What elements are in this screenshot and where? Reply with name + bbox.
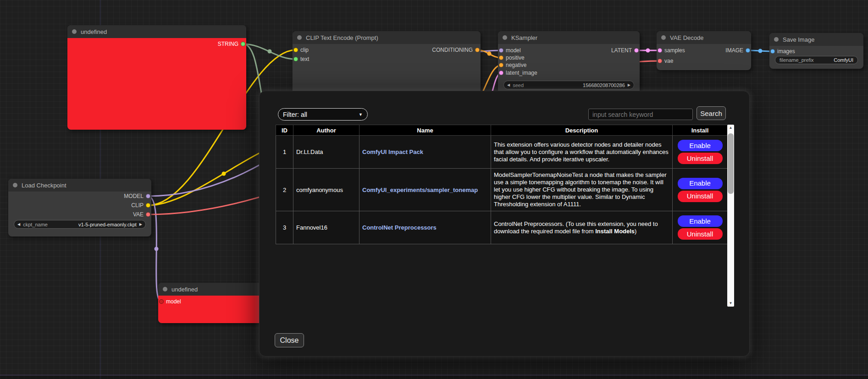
description-text: ) (635, 228, 636, 235)
uninstall-button[interactable]: Uninstall (678, 153, 723, 164)
node-collapse-dot[interactable] (163, 287, 167, 291)
node-header[interactable]: undefined (67, 25, 246, 38)
widget-value: 156680208700286 (583, 82, 625, 88)
cell-author: Fannovel16 (293, 211, 359, 244)
input-label-latent-image: latent_image (506, 70, 537, 76)
enable-button[interactable]: Enable (678, 140, 723, 151)
widget-name: filename_prefix (780, 57, 814, 63)
node-undefined-top[interactable]: undefined STRING (67, 25, 246, 130)
filter-select[interactable]: Filter: all ▼ (278, 108, 368, 121)
uninstall-button[interactable]: Uninstall (678, 228, 723, 240)
node-collapse-dot[interactable] (774, 37, 779, 42)
scrollbar-up-icon[interactable]: ▲ (727, 125, 734, 131)
ckpt-name-widget[interactable]: ◀ ckpt_name v1-5-pruned-emaonly.ckpt ▶ (14, 220, 146, 229)
output-label-vae: VAE (133, 211, 144, 218)
widget-right-arrow-icon[interactable]: ▶ (628, 83, 630, 87)
cell-id: 2 (276, 169, 293, 211)
input-label-vae: vae (664, 58, 673, 64)
cell-description: This extension offers various detector n… (491, 136, 673, 169)
widget-left-arrow-icon[interactable]: ◀ (507, 83, 510, 87)
search-button[interactable]: Search (697, 106, 726, 120)
text-input-dot[interactable] (293, 57, 298, 61)
node-title: Save Image (783, 36, 814, 43)
node-header[interactable]: Load Checkpoint (8, 179, 151, 192)
image-output-dot[interactable] (746, 48, 750, 53)
output-label-model: MODEL (124, 193, 144, 199)
filter-select-value: Filter: all (283, 111, 307, 118)
node-collapse-dot[interactable] (661, 35, 666, 40)
latent-image-input-dot[interactable] (499, 71, 503, 75)
output-label-latent: LATENT (611, 47, 632, 54)
node-title: KSampler (511, 34, 537, 41)
filename-prefix-widget[interactable]: filename_prefix ComfyUI (775, 56, 858, 64)
col-header-description: Description (491, 125, 673, 136)
widget-value: v1-5-pruned-emaonly.ckpt (78, 222, 137, 227)
node-header[interactable]: Save Image (769, 33, 863, 46)
images-input-dot[interactable] (770, 49, 775, 54)
uninstall-button[interactable]: Uninstall (678, 191, 723, 202)
extension-link[interactable]: ComfyUI_experiments/sampler_tonemap (362, 187, 478, 193)
input-label-text: text (300, 56, 309, 62)
node-header[interactable]: KSampler (498, 31, 640, 44)
string-output-dot[interactable] (241, 42, 245, 46)
table-header-row: ID Author Name Description Install (276, 125, 728, 136)
node-title: CLIP Text Encode (Prompt) (306, 34, 378, 41)
node-save-image[interactable]: Save Image images filename_prefix ComfyU… (769, 33, 863, 69)
comfyui-app: { "icons": { "left_arrow": "◀", "right_a… (0, 0, 868, 379)
col-header-author: Author (293, 125, 359, 136)
cell-description: ControlNet Preprocessors. (To use this e… (491, 211, 673, 244)
node-collapse-dot[interactable] (72, 29, 77, 34)
clip-output-dot[interactable] (146, 203, 150, 208)
node-title: undefined (81, 28, 107, 35)
vae-output-dot[interactable] (146, 212, 150, 217)
scrollbar-down-icon[interactable]: ▼ (727, 301, 734, 306)
node-header[interactable]: CLIP Text Encode (Prompt) (293, 31, 481, 44)
widget-name: seed (513, 82, 524, 88)
canvas-edge (0, 375, 868, 379)
description-bold-text: Install Models (595, 228, 635, 235)
widget-right-arrow-icon[interactable]: ▶ (139, 222, 142, 226)
node-title: undefined (171, 286, 198, 293)
input-label-negative: negative (506, 62, 526, 68)
widget-name: ckpt_name (23, 222, 48, 227)
cell-description: ModelSamplerTonemapNoiseTest a node that… (491, 169, 673, 211)
node-vae-decode[interactable]: VAE Decode samples vae IMAGE (657, 31, 751, 70)
scrollbar[interactable]: ▲ ▼ (727, 125, 734, 307)
input-label-model: model (166, 298, 181, 305)
enable-button[interactable]: Enable (678, 215, 723, 227)
output-label-conditioning: CONDITIONING (432, 47, 473, 53)
extension-link[interactable]: ComfyUI Impact Pack (362, 148, 423, 155)
node-header[interactable]: VAE Decode (657, 31, 751, 44)
close-button[interactable]: Close (275, 333, 304, 347)
node-collapse-dot[interactable] (503, 35, 507, 40)
vae-input-dot[interactable] (658, 59, 662, 63)
node-title: VAE Decode (670, 34, 703, 41)
output-label-clip: CLIP (131, 202, 144, 209)
node-load-checkpoint[interactable]: Load Checkpoint MODEL CLIP VAE ◀ ckpt_na… (8, 179, 151, 236)
seed-widget[interactable]: ◀ seed 156680208700286 ▶ (503, 81, 634, 89)
conditioning-output-dot[interactable] (475, 48, 480, 52)
scrollbar-thumb[interactable] (728, 133, 734, 194)
col-header-install: Install (673, 125, 728, 136)
model-input-dot[interactable] (159, 299, 164, 304)
positive-input-dot[interactable] (499, 55, 503, 60)
search-input[interactable] (588, 109, 693, 120)
enable-button[interactable]: Enable (678, 178, 723, 189)
cell-id: 1 (276, 136, 293, 169)
widget-value: ComfyUI (834, 57, 853, 63)
model-output-dot[interactable] (146, 194, 150, 198)
node-collapse-dot[interactable] (13, 183, 17, 187)
table-row: 1 Dr.Lt.Data ComfyUI Impact Pack This ex… (276, 136, 728, 169)
latent-output-dot[interactable] (634, 48, 639, 53)
input-label-positive: positive (506, 55, 525, 61)
extensions-table: ID Author Name Description Install 1 Dr.… (276, 125, 728, 244)
cell-author: Dr.Lt.Data (293, 136, 359, 169)
table-row: 2 comfyanonymous ComfyUI_experiments/sam… (276, 169, 728, 211)
cell-id: 3 (276, 211, 293, 244)
manager-dialog: Filter: all ▼ Search ID Author Name Desc… (259, 91, 750, 357)
output-label-image: IMAGE (725, 47, 743, 54)
widget-left-arrow-icon[interactable]: ◀ (17, 222, 20, 226)
extension-link[interactable]: ControlNet Preprocessors (362, 224, 437, 231)
negative-input-dot[interactable] (499, 63, 503, 67)
node-collapse-dot[interactable] (297, 35, 302, 40)
